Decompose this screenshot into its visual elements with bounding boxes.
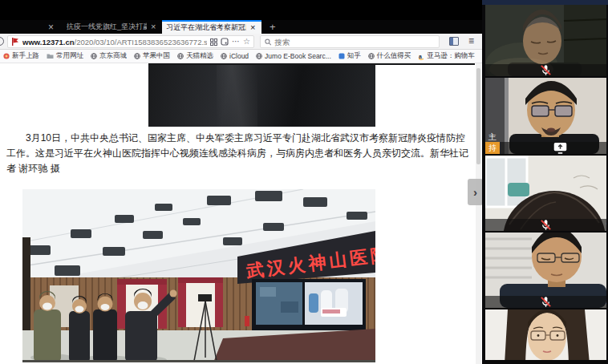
bookmark-jumo-ebook[interactable]: Jumo E-Book Searc...: [256, 52, 331, 60]
participant-tile-4[interactable]: 杨美华: [485, 233, 606, 308]
article-photo-huoshenshan: 武汉火神山医院: [22, 189, 375, 362]
tab-close-icon[interactable]: ×: [48, 22, 54, 33]
browser-tab-strip: × 抗疫一线党旗红_坚决打赢疫情防控 × 习近平在湖北省考察新冠肺炎疫情防 × …: [0, 20, 482, 34]
folder-icon: [47, 53, 54, 59]
bookmark-zhihu[interactable]: 知乎: [338, 51, 361, 61]
participant-namebar: 许水贵: [485, 219, 606, 231]
globe-icon: [368, 53, 375, 59]
screen-share-icon: [503, 142, 606, 154]
sidebar-toggle-icon[interactable]: [449, 37, 459, 46]
participant-tile-3[interactable]: 许水贵: [485, 156, 606, 231]
bookmarks-bar: 新手上路 常用网址 京东商城 苹果中国 天猫精选 iCloud Jumo E-B…: [0, 50, 482, 63]
tab-xi-hubei-active[interactable]: 习近平在湖北省考察新冠肺炎疫情防 ×: [162, 20, 261, 34]
bookmark-getting-started[interactable]: 新手上路: [3, 51, 39, 61]
participant-namebar: 杨美华: [485, 296, 606, 308]
screen-share-region: × 抗疫一线党旗红_坚决打赢疫情防控 × 习近平在湖北省考察新冠肺炎疫情防 × …: [0, 0, 482, 364]
microphone-muted-icon: [488, 64, 603, 76]
bookmark-icloud[interactable]: iCloud: [221, 52, 249, 60]
url-text: www.12371.cn/2020/03/10/ARTI158383652363…: [22, 38, 207, 47]
url-bar[interactable]: www.12371.cn/2020/03/10/ARTI158383652363…: [7, 35, 254, 48]
host-badge: 主持人: [485, 142, 500, 154]
bookmark-folder-common-sites[interactable]: 常用网址: [47, 51, 83, 61]
globe-icon: [134, 53, 140, 59]
globe-icon: [91, 53, 97, 59]
participant-tile-2[interactable]: 主持人 brucehorse: [485, 78, 606, 154]
bookmark-tmall[interactable]: 天猫精选: [177, 51, 213, 61]
browser-toolbar: www.12371.cn/2020/03/10/ARTI158383652363…: [0, 34, 482, 50]
screenshot-icon[interactable]: [221, 38, 229, 46]
tab-title: 抗疫一线党旗红_坚决打赢疫情防控: [67, 22, 147, 32]
reload-icon[interactable]: [0, 37, 4, 46]
previous-article-photo: [148, 65, 375, 127]
tab-close-icon[interactable]: ×: [151, 22, 156, 31]
fire-extinguisher: [245, 316, 249, 326]
extension-grid-icon[interactable]: [210, 38, 217, 46]
globe-icon: [221, 53, 227, 59]
participant-tile-1[interactable]: 卢文忠: [485, 5, 606, 76]
conference-sidebar: 卢文忠 主持人: [482, 0, 608, 364]
search-icon: [265, 38, 271, 46]
amazon-icon: a: [418, 53, 424, 60]
participant-tile-5[interactable]: [485, 309, 606, 364]
hospital-room-illustration: 武汉火神山医院: [22, 189, 375, 362]
bookmark-amazon-cart[interactable]: a 亚马逊：购物车: [418, 51, 475, 61]
tab-covid-party[interactable]: 抗疫一线党旗红_坚决打赢疫情防控 ×: [63, 20, 160, 34]
bookmark-jd[interactable]: 京东商城: [91, 51, 127, 61]
globe-icon: [256, 53, 262, 59]
page-actions-icon[interactable]: ⋯: [232, 38, 240, 46]
participant-namebar: 卢文忠: [485, 64, 606, 76]
tab-close-icon[interactable]: ×: [250, 23, 255, 32]
bookmark-star-icon[interactable]: ☆: [243, 38, 250, 46]
microphone-muted-icon: [488, 219, 603, 231]
participant-namebar: 主持人 brucehorse: [485, 142, 606, 154]
svg-text:a: a: [419, 53, 422, 59]
desktop: × 抗疫一线党旗红_坚决打赢疫情防控 × 习近平在湖北省考察新冠肺炎疫情防 × …: [0, 0, 608, 364]
zhihu-icon: [338, 53, 345, 59]
participant-video: [485, 309, 606, 364]
page-scrollbar-thumb[interactable]: [476, 68, 480, 164]
bookmark-smzdm[interactable]: 什么值得买: [368, 51, 411, 61]
bookmark-apple-china[interactable]: 苹果中国: [134, 51, 170, 61]
conference-panel-collapse-chevron[interactable]: ›: [468, 179, 483, 205]
hamburger-menu-icon[interactable]: ≡: [468, 36, 478, 46]
globe-icon: [177, 53, 184, 59]
getting-started-icon: [3, 53, 10, 59]
new-tab-button[interactable]: +: [266, 21, 279, 33]
video-wall: [252, 279, 366, 330]
microphone-muted-icon: [488, 296, 603, 308]
article-caption: 3月10日，中共中央总书记、国家主席、中央军委主席习近平专门赴湖北省武汉市考察新…: [6, 131, 468, 176]
webpage-content: 3月10日，中共中央总书记、国家主席、中央军委主席习近平专门赴湖北省武汉市考察新…: [0, 63, 482, 364]
search-bar[interactable]: [260, 35, 440, 48]
tab-title: 习近平在湖北省考察新冠肺炎疫情防: [166, 22, 246, 33]
site-favicon: [11, 38, 19, 46]
search-input[interactable]: [274, 38, 435, 47]
